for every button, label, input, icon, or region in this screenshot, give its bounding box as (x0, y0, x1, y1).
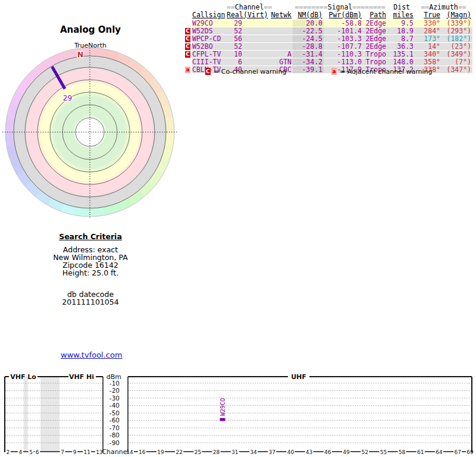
svg-text:40: 40 (287, 449, 295, 455)
cell-pwr-dbm: -101.4 (324, 27, 363, 35)
cell-nm-db: -31.4 (293, 51, 324, 58)
co-channel-warning-icon: C (205, 68, 211, 75)
svg-text:9: 9 (73, 449, 77, 455)
cell-azimuth-magn: (23°) (441, 43, 472, 50)
svg-text:29: 29 (63, 94, 72, 102)
column-header-nmdb: NM(dB) (293, 11, 324, 19)
cell-azimuth-magn: (349°) (441, 51, 472, 58)
svg-text:34: 34 (250, 449, 257, 455)
cell-dist-miles: 18.9 (387, 27, 415, 35)
cell-channel-real: 29 (227, 20, 243, 27)
cell-network (268, 27, 293, 35)
column-header-path: Path (363, 11, 387, 19)
cell-pwr-dbm: -103.3 (324, 35, 363, 42)
cell-nm-db: -34.2 (293, 58, 324, 65)
cell-azimuth-true: 14° (415, 43, 441, 50)
cell-nm-db: -24.5 (293, 35, 324, 42)
cell-channel-real: 10 (227, 51, 243, 58)
svg-text:37: 37 (268, 449, 275, 455)
svg-text:25: 25 (195, 449, 201, 455)
svg-text:55: 55 (380, 449, 387, 455)
svg-text:-90: -90 (109, 439, 120, 446)
cell-path: Tropo (363, 51, 387, 58)
cell-azimuth-magn: (339°) (441, 20, 472, 27)
cell-path: Tropo (363, 58, 387, 65)
cell-pwr-dbm: -58.8 (324, 20, 363, 27)
column-header-pwrdbm: Pwr(dBm) (324, 11, 363, 19)
cell-dist-miles: 9.5 (387, 20, 415, 27)
svg-text:-40: -40 (109, 402, 120, 409)
svg-text:6: 6 (36, 449, 39, 455)
cell-channel-virt (243, 35, 268, 42)
cell-callsign: W52BO (192, 43, 227, 50)
cell-pwr-dbm: -110.3 (324, 51, 363, 58)
svg-text:-60: -60 (109, 417, 120, 424)
cell-nm-db: -28.8 (293, 43, 324, 50)
cell-channel-virt (243, 58, 268, 65)
column-header-real: Real (227, 11, 243, 19)
cell-nm-db: -22.5 (293, 27, 324, 35)
cell-channel-virt (243, 51, 268, 58)
svg-text:2: 2 (6, 449, 10, 455)
column-header-virt: (Virt) (243, 11, 268, 19)
cell-network (268, 35, 293, 42)
cell-nm-db: 20.0 (293, 20, 324, 27)
svg-text:7: 7 (61, 449, 64, 455)
svg-text:Channel: Channel (102, 448, 129, 456)
svg-text:4: 4 (19, 449, 23, 455)
adjacent-channel-legend-text: = Adjacent channel warning (340, 68, 433, 76)
cell-pwr-dbm: -113.0 (324, 58, 363, 65)
signal-spectrum-chart: -10-20-30-40-50-60-70-80-90VHF LoVHF HiU… (0, 369, 476, 457)
co-channel-warning-icon: C (185, 43, 190, 50)
svg-text:22: 22 (176, 449, 182, 455)
cell-network: GTN (268, 58, 293, 65)
cell-network (268, 20, 293, 27)
svg-text:69: 69 (466, 449, 474, 455)
svg-text:61: 61 (417, 449, 424, 455)
svg-text:31: 31 (231, 449, 238, 455)
svg-text:28: 28 (213, 449, 220, 455)
signal-table: ==Channel==========Signal========Dist==A… (185, 4, 472, 73)
svg-text:49: 49 (343, 449, 350, 455)
svg-text:-30: -30 (109, 395, 120, 402)
svg-text:VHF Hi: VHF Hi (69, 373, 94, 381)
cell-azimuth-magn: (293°) (441, 27, 472, 35)
cell-callsign: W29CO (192, 20, 227, 27)
cell-channel-virt (243, 27, 268, 35)
co-channel-warning-icon: C (185, 36, 190, 42)
cell-dist-miles: 8.7 (387, 35, 415, 42)
cell-callsign: CIII-TV (192, 58, 227, 65)
cell-azimuth-magn: (182°) (441, 35, 472, 42)
column-header-netwk: Netwk (268, 11, 293, 19)
cell-dist-miles: 36.3 (387, 43, 415, 50)
cell-pwr-dbm: -107.7 (324, 43, 363, 50)
cell-path: 2Edge (363, 35, 387, 42)
cell-channel-real: 52 (227, 27, 243, 35)
db-datecode-block: db datecode 201111101054 (1, 290, 180, 306)
cell-azimuth-true: 340° (415, 51, 441, 58)
svg-text:5: 5 (29, 449, 33, 455)
cell-channel-real: 56 (227, 35, 243, 42)
cell-dist-miles: 135.1 (387, 51, 415, 58)
svg-text:-50: -50 (109, 409, 120, 417)
svg-text:64: 64 (436, 449, 443, 455)
tvfool-link[interactable]: www.tvfool.com (61, 350, 123, 359)
svg-text:19: 19 (157, 449, 164, 455)
cell-channel-virt (243, 43, 268, 50)
cell-dist-miles: 148.0 (387, 58, 415, 65)
column-header-true: True (415, 11, 441, 19)
svg-text:16: 16 (139, 449, 146, 455)
cell-azimuth-true: 330° (415, 20, 441, 27)
cell-path: 2Edge (363, 27, 387, 35)
cell-network (268, 43, 293, 50)
cell-azimuth-true: 173° (415, 35, 441, 42)
svg-text:dBm: dBm (107, 373, 121, 381)
column-header-callsign: Callsign (192, 11, 227, 19)
dist-group-header: Dist (387, 4, 415, 11)
svg-text:UHF: UHF (291, 373, 306, 381)
svg-text:-20: -20 (109, 387, 120, 394)
radar-title: Analog Only (0, 24, 181, 35)
warning-legend: C = Co-channel warning a = Adjacent chan… (0, 67, 476, 76)
co-channel-warning-icon: C (185, 28, 190, 35)
svg-text:VHF Lo: VHF Lo (10, 373, 36, 381)
